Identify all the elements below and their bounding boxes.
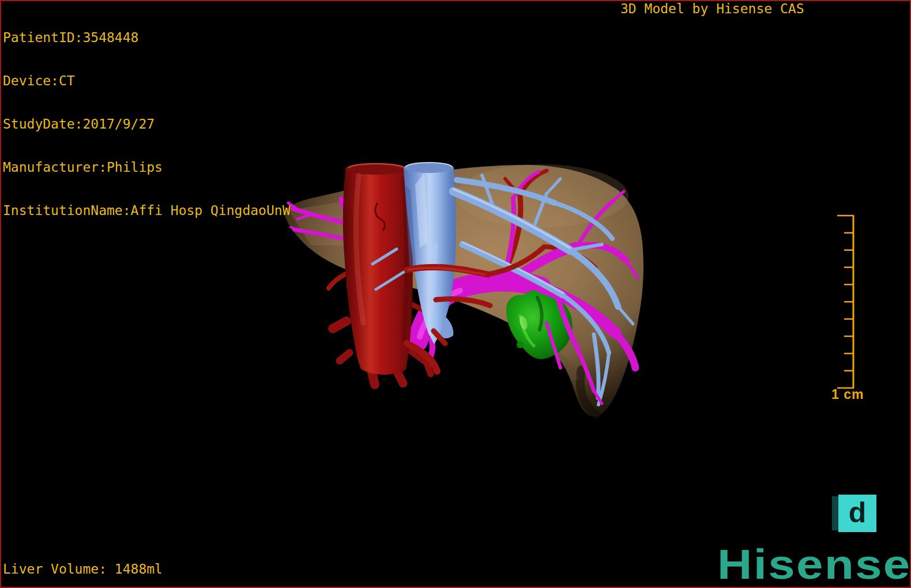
watermark-label: 3D Model by Hisense CAS bbox=[620, 2, 804, 16]
cas-3d-viewer-window: PatientID:3548448 Device:CT StudyDate:20… bbox=[0, 0, 911, 588]
patient-info-block: PatientID:3548448 Device:CT StudyDate:20… bbox=[3, 2, 291, 247]
study-date: StudyDate:2017/9/27 bbox=[3, 117, 291, 131]
hisense-d-logo: d bbox=[832, 495, 876, 532]
logo-face: d bbox=[838, 495, 876, 532]
logo-letter: d bbox=[849, 498, 867, 527]
hisense-wordmark: Hisense bbox=[717, 541, 911, 588]
logo-spine bbox=[832, 496, 838, 531]
patient-id: PatientID:3548448 bbox=[3, 31, 291, 45]
manufacturer: Manufacturer:Philips bbox=[3, 160, 291, 175]
liver-volume-label: Liver Volume: 1488ml bbox=[3, 562, 163, 576]
institution-name: InstitutionName:Affi Hosp QingdaoUnW bbox=[3, 203, 291, 218]
scale-bar-label: 1 cm bbox=[831, 387, 872, 402]
device: Device:CT bbox=[3, 74, 291, 88]
